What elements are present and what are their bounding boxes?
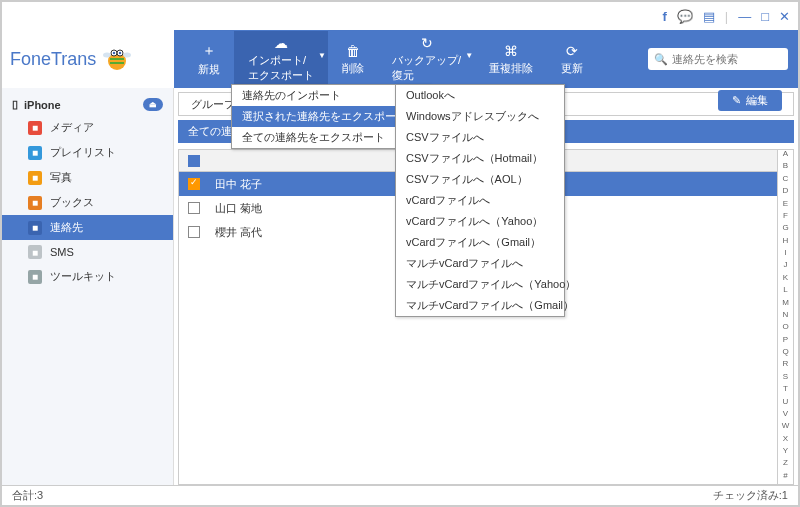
import-export-button[interactable]: ☁インポート/エクスポート▼ <box>234 31 328 87</box>
sidebar-item-6[interactable]: ■ツールキット <box>2 264 173 289</box>
minimize-button[interactable]: — <box>738 9 751 24</box>
sidebar-item-2[interactable]: ■写真 <box>2 165 173 190</box>
feedback-icon[interactable]: ▤ <box>703 9 715 24</box>
svg-point-6 <box>123 53 131 58</box>
sidebar-icon: ■ <box>28 121 42 135</box>
alpha-O[interactable]: O <box>778 323 793 335</box>
app-title: FoneTrans <box>10 49 96 70</box>
svg-point-5 <box>103 53 111 58</box>
submenu-item[interactable]: Windowsアドレスブックへ <box>396 106 564 127</box>
sidebar-item-5[interactable]: ■SMS <box>2 240 173 264</box>
alpha-T[interactable]: T <box>778 385 793 397</box>
alpha-R[interactable]: R <box>778 360 793 372</box>
alpha-B[interactable]: B <box>778 162 793 174</box>
alpha-#[interactable]: # <box>778 472 793 484</box>
submenu-item[interactable]: vCardファイルへ（Yahoo） <box>396 211 564 232</box>
device-eject-icon[interactable]: ⏏ <box>143 98 163 111</box>
sidebar-icon: ■ <box>28 270 42 284</box>
logo-area: FoneTrans <box>2 30 174 88</box>
search-input[interactable] <box>672 53 772 65</box>
submenu-item[interactable]: vCardファイルへ <box>396 190 564 211</box>
submenu-item[interactable]: マルチvCardファイルへ（Gmail） <box>396 295 564 316</box>
facebook-icon[interactable]: f <box>662 9 666 24</box>
row-checkbox[interactable] <box>188 226 200 238</box>
sidebar-icon: ■ <box>28 245 42 259</box>
sidebar-item-label: SMS <box>50 246 74 258</box>
sidebar-item-3[interactable]: ■ブックス <box>2 190 173 215</box>
sidebar: ▯ iPhone ⏏ ■メディア■プレイリスト■写真■ブックス■連絡先■SMS■… <box>2 88 174 485</box>
search-box[interactable]: 🔍 <box>648 48 788 70</box>
device-label: iPhone <box>24 99 61 111</box>
submenu-item[interactable]: CSVファイルへ（Hotmail） <box>396 148 564 169</box>
alpha-D[interactable]: D <box>778 187 793 199</box>
alpha-index[interactable]: ABCDEFGHIJKLMNOPQRSTUVWXYZ# <box>778 149 794 485</box>
submenu-item[interactable]: マルチvCardファイルへ（Yahoo） <box>396 274 564 295</box>
cloud-icon: ☁ <box>274 35 288 51</box>
close-button[interactable]: ✕ <box>779 9 790 24</box>
sidebar-item-label: ブックス <box>50 195 94 210</box>
row-checkbox[interactable] <box>188 202 200 214</box>
submenu-item[interactable]: CSVファイルへ <box>396 127 564 148</box>
device-row[interactable]: ▯ iPhone ⏏ <box>2 94 173 115</box>
select-all-checkbox[interactable] <box>188 155 200 167</box>
sidebar-item-label: 写真 <box>50 170 72 185</box>
dedupe-button[interactable]: ⌘重複排除 <box>475 39 547 80</box>
sidebar-item-label: メディア <box>50 120 94 135</box>
alpha-G[interactable]: G <box>778 224 793 236</box>
people-icon: ⌘ <box>504 43 518 59</box>
svg-point-3 <box>113 52 115 54</box>
submenu-item[interactable]: マルチvCardファイルへ <box>396 253 564 274</box>
backup-restore-button[interactable]: ↻バックアップ/復元▼ <box>378 31 475 87</box>
chevron-down-icon: ▼ <box>465 51 473 60</box>
phone-icon: ▯ <box>12 98 18 111</box>
svg-point-4 <box>119 52 121 54</box>
content-area: グループ ✎編集 全ての連絡先（3） 名前 田中 花子山口 菊地櫻井 高代 AB… <box>174 88 798 485</box>
new-button[interactable]: ＋新規 <box>184 38 234 81</box>
trash-icon: 🗑 <box>346 43 360 59</box>
titlebar: f 💬 ▤ | — □ ✕ <box>2 2 798 30</box>
sidebar-item-label: ツールキット <box>50 269 116 284</box>
status-bar: 合計:3 チェック済み:1 <box>2 485 798 505</box>
maximize-button[interactable]: □ <box>761 9 769 24</box>
sidebar-item-label: プレイリスト <box>50 145 116 160</box>
export-submenu: OutlookへWindowsアドレスブックへCSVファイルへCSVファイルへ（… <box>395 84 565 317</box>
alpha-L[interactable]: L <box>778 286 793 298</box>
sidebar-icon: ■ <box>28 146 42 160</box>
alpha-W[interactable]: W <box>778 422 793 434</box>
row-checkbox[interactable] <box>188 178 200 190</box>
search-icon: 🔍 <box>654 53 668 66</box>
edit-button[interactable]: ✎編集 <box>718 90 782 111</box>
submenu-item[interactable]: Outlookへ <box>396 85 564 106</box>
plus-icon: ＋ <box>202 42 216 60</box>
bee-icon <box>101 43 133 75</box>
sidebar-item-4[interactable]: ■連絡先 <box>2 215 173 240</box>
alpha-Z[interactable]: Z <box>778 459 793 471</box>
submenu-item[interactable]: vCardファイルへ（Gmail） <box>396 232 564 253</box>
sidebar-item-0[interactable]: ■メディア <box>2 115 173 140</box>
chevron-down-icon: ▼ <box>318 51 326 60</box>
reload-icon: ⟳ <box>566 43 578 59</box>
delete-button[interactable]: 🗑削除 <box>328 39 378 80</box>
refresh-icon: ↻ <box>421 35 433 51</box>
sidebar-item-1[interactable]: ■プレイリスト <box>2 140 173 165</box>
sidebar-item-label: 連絡先 <box>50 220 83 235</box>
status-checked: チェック済み:1 <box>713 488 788 503</box>
refresh-button[interactable]: ⟳更新 <box>547 39 597 80</box>
sidebar-icon: ■ <box>28 171 42 185</box>
pencil-icon: ✎ <box>732 94 741 107</box>
sidebar-icon: ■ <box>28 196 42 210</box>
status-total: 合計:3 <box>12 488 43 503</box>
toolbar: ＋新規 ☁インポート/エクスポート▼ 🗑削除 ↻バックアップ/復元▼ ⌘重複排除… <box>174 30 798 88</box>
submenu-item[interactable]: CSVファイルへ（AOL） <box>396 169 564 190</box>
sidebar-icon: ■ <box>28 221 42 235</box>
alpha-J[interactable]: J <box>778 261 793 273</box>
chat-icon[interactable]: 💬 <box>677 9 693 24</box>
